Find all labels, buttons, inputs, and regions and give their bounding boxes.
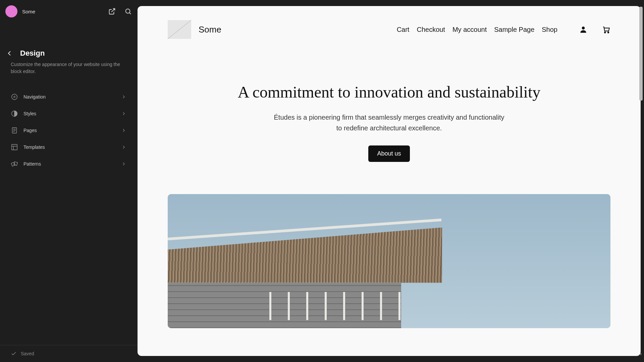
site-avatar[interactable] xyxy=(5,5,17,17)
site-nav: Cart Checkout My account Sample Page Sho… xyxy=(397,26,557,34)
menu-item-templates[interactable]: Templates xyxy=(5,139,132,156)
menu-item-patterns[interactable]: Patterns xyxy=(5,156,132,172)
sidebar-footer: Saved xyxy=(0,345,138,362)
svg-line-2 xyxy=(129,13,131,14)
svg-point-17 xyxy=(608,32,609,33)
menu-label: Styles xyxy=(23,111,115,116)
search-icon[interactable] xyxy=(124,7,132,15)
chevron-right-icon xyxy=(121,111,127,117)
check-icon xyxy=(11,351,17,357)
patterns-icon xyxy=(11,160,18,168)
site-header: Some Cart Checkout My account Sample Pag… xyxy=(138,6,641,46)
sidebar: Some Design Customize the appearance of … xyxy=(0,0,138,362)
contrast-icon xyxy=(11,110,18,117)
menu-item-navigation[interactable]: Navigation xyxy=(5,88,132,105)
site-logo-placeholder[interactable] xyxy=(168,20,191,39)
preview-frame[interactable]: Some Cart Checkout My account Sample Pag… xyxy=(138,6,641,356)
header-action-icons xyxy=(579,25,610,34)
hero-section: A commitment to innovation and sustainab… xyxy=(138,46,641,175)
external-link-icon[interactable] xyxy=(108,7,116,15)
hero-title: A commitment to innovation and sustainab… xyxy=(168,82,610,102)
svg-point-1 xyxy=(126,9,130,13)
chevron-right-icon xyxy=(121,127,127,133)
svg-marker-4 xyxy=(13,96,15,98)
chevron-right-icon xyxy=(121,144,127,150)
nav-link-checkout[interactable]: Checkout xyxy=(417,26,445,34)
page-icon xyxy=(11,127,18,134)
panel-title-row: Design xyxy=(0,23,138,61)
header-icons xyxy=(108,7,132,15)
nav-link-cart[interactable]: Cart xyxy=(397,26,410,34)
menu-list: Navigation Styles Pages Templates Patter… xyxy=(0,88,138,172)
panel-description: Customize the appearance of your website… xyxy=(0,61,138,88)
building-graphic xyxy=(168,228,442,328)
chevron-right-icon xyxy=(121,94,127,100)
svg-point-16 xyxy=(604,32,605,33)
nav-link-sample[interactable]: Sample Page xyxy=(494,26,534,34)
hero-subtitle: Études is a pioneering firm that seamles… xyxy=(272,112,506,133)
about-us-button[interactable]: About us xyxy=(368,145,410,162)
menu-label: Patterns xyxy=(23,161,115,167)
scrollbar[interactable]: ▲ ▼ xyxy=(639,6,643,356)
account-icon[interactable] xyxy=(579,25,588,34)
scroll-down-icon[interactable]: ▼ xyxy=(639,353,642,355)
menu-label: Pages xyxy=(23,128,115,133)
preview-area: Some Cart Checkout My account Sample Pag… xyxy=(138,0,644,362)
menu-label: Templates xyxy=(23,144,115,150)
nav-link-shop[interactable]: Shop xyxy=(542,26,557,34)
layout-icon xyxy=(11,143,18,151)
svg-rect-10 xyxy=(12,144,17,150)
svg-line-0 xyxy=(111,9,115,12)
save-status: Saved xyxy=(21,351,34,356)
site-title[interactable]: Some xyxy=(199,24,221,35)
back-button[interactable] xyxy=(5,49,13,57)
site-name-label: Some xyxy=(22,9,103,14)
chevron-right-icon xyxy=(121,161,127,167)
menu-item-styles[interactable]: Styles xyxy=(5,105,132,122)
nav-link-account[interactable]: My account xyxy=(452,26,487,34)
menu-label: Navigation xyxy=(23,94,115,100)
panel-title: Design xyxy=(20,49,45,58)
hero-image xyxy=(168,194,610,328)
svg-rect-14 xyxy=(14,162,17,165)
scrollbar-thumb[interactable] xyxy=(639,7,643,101)
sidebar-header: Some xyxy=(0,0,138,23)
svg-rect-13 xyxy=(11,162,15,166)
menu-item-pages[interactable]: Pages xyxy=(5,122,132,139)
cart-icon[interactable] xyxy=(602,25,610,34)
compass-icon xyxy=(11,93,18,101)
svg-point-15 xyxy=(582,26,585,29)
